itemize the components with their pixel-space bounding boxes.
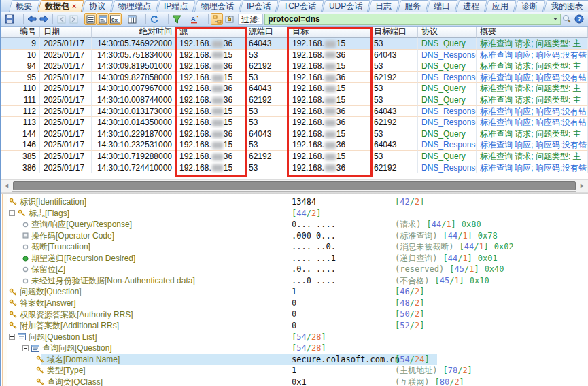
cell-date: 2025/01/17	[40, 94, 92, 106]
cell-dst: 192.168.36	[289, 106, 370, 118]
column-header-protocol[interactable]: 协议	[418, 27, 477, 38]
redacted-ip-octet	[212, 41, 223, 48]
decode-row-recursion-desired[interactable]: 期望递归[Recursion Desired].... ...1(递归查询)[4…	[1, 253, 588, 264]
packet-row-385[interactable]: 3852025/01/1714:30:10.719288000192.168.3…	[1, 151, 588, 162]
offset-length: [45/1]	[449, 264, 479, 274]
view-tab-7[interactable]: IP会话	[240, 0, 279, 12]
view-tab-14[interactable]: 应用	[485, 0, 517, 12]
prev-packet-button[interactable]	[26, 13, 38, 25]
column-header-date[interactable]: 日期	[40, 27, 92, 38]
bookmark-left-icon	[57, 15, 66, 24]
filter-input[interactable]: protocol=dns	[264, 14, 561, 25]
tab-close-icon[interactable]: ×	[72, 2, 76, 10]
filter-dropdown-icon[interactable]	[553, 18, 557, 20]
column-header-src_port[interactable]: 源端口	[245, 27, 289, 38]
column-header-summary[interactable]: 概要	[477, 27, 588, 38]
save-button[interactable]	[3, 13, 21, 25]
redacted-ip-octet	[212, 142, 223, 149]
decode-row-non-authenticated-data[interactable]: 未经过身份验证数据[Non-Authenticated data]...0 ..…	[1, 275, 588, 287]
packet-row-113[interactable]: 1132025/01/1714:30:10.014350000192.168.1…	[1, 117, 588, 128]
view-tab-13[interactable]: 进程	[456, 0, 487, 12]
view-tab-4[interactable]: 物理端点	[111, 0, 159, 12]
packet-row-9[interactable]: 92025/01/1714:30:05.746922000192.168.366…	[1, 38, 588, 50]
help-button[interactable]: ?	[573, 13, 585, 25]
horizontal-scrollbar[interactable]: ◄ ►	[1, 179, 588, 191]
ip-prefix: 192.168.	[292, 39, 324, 48]
view-tab-5[interactable]: IP端点	[157, 0, 196, 12]
packet-row-144[interactable]: 1442025/01/1714:30:10.229187000192.168.3…	[1, 128, 588, 140]
field-info: [46/2]	[395, 286, 424, 297]
scroll-right-button[interactable]: ►	[576, 180, 588, 192]
column-header-time[interactable]: 绝对时间	[92, 27, 176, 38]
packet-row-94[interactable]: 942025/01/1714:30:09.819501000192.168.36…	[1, 60, 588, 72]
decode-row-domain-name[interactable]: 域名[Domain Name]secure.colasoft.com.cn[54…	[1, 354, 588, 366]
packet-row-111[interactable]: 1112025/01/1714:30:10.008744000192.168.3…	[1, 94, 588, 106]
funnel-icon	[172, 15, 181, 24]
arrow-left-icon	[27, 15, 37, 23]
field-label: 查询类[QClass]	[47, 376, 103, 386]
filter-funnel-button[interactable]	[171, 13, 188, 25]
column-header-id[interactable]: 编号	[1, 27, 40, 38]
decode-row-question-list[interactable]: 问题[Question List][54/28]	[1, 332, 588, 343]
decode-row-z[interactable]: 保留位[Z].0.. ....(reserved)[45/1]0x40	[1, 264, 588, 275]
decode-row-identification[interactable]: 标识[Identification]13484[42/2]	[1, 196, 588, 208]
scrollbar-thumb[interactable]	[13, 181, 576, 190]
packet-row-112[interactable]: 1122025/01/1714:30:10.013173000192.168.1…	[1, 106, 588, 118]
view-tab-2[interactable]: 数据包×	[38, 0, 85, 12]
column-header-dst[interactable]: 目标	[289, 27, 370, 38]
redacted-ip-octet	[325, 97, 336, 104]
decode-row-operator-code[interactable]: 操作码[Operator Code].000 0...(标准查询)[44/1]0…	[1, 230, 588, 242]
highlight-color-button[interactable]: A	[188, 13, 206, 25]
packet-row-10[interactable]: 102025/01/1714:30:05.751834000192.168.15…	[1, 50, 588, 61]
view-tab-11[interactable]: 服务	[398, 0, 429, 12]
ip-prefix: 192.168.	[179, 39, 211, 48]
view-tab-16[interactable]: 我的图表	[544, 0, 588, 12]
packet-row-386[interactable]: 3862025/01/1714:30:10.724410000192.168.1…	[1, 162, 588, 174]
decode-row-question[interactable]: 问题数[Question]1[46/2]	[1, 286, 588, 298]
field-decode-view-button[interactable]	[97, 13, 109, 25]
view-tab-9[interactable]: UDP会话	[322, 0, 371, 12]
redacted-ip-octet	[325, 120, 336, 126]
collapse-minus-icon[interactable]	[9, 334, 15, 340]
tree-cell: 附加答案数[Additional RRs]	[9, 320, 119, 332]
decode-row-answer[interactable]: 答案数[Answer]0[48/2]	[1, 298, 588, 309]
packet-display-options-button[interactable]	[148, 13, 166, 25]
offset-length: [46/2]	[395, 287, 424, 296]
cell-dst_port: 53	[370, 94, 418, 106]
field-label: 查询问题[Question]	[42, 343, 112, 353]
decode-row-question[interactable]: 查询问题[Question][54/28]	[1, 343, 588, 354]
view-tab-3[interactable]: 协议	[82, 0, 114, 12]
view-tab-1[interactable]: 概要	[9, 0, 40, 12]
decode-row-type[interactable]: 类型[Type]1(主机地址)[78/2]	[1, 365, 588, 376]
view-tab-8[interactable]: TCP会话	[277, 0, 324, 12]
decode-row-additional-rrs[interactable]: 附加答案数[Additional RRs]0[52/2]	[1, 320, 588, 332]
decode-row-query-response[interactable]: 查询/响应[Query/Response]0... ....(请求)[44/1]…	[1, 219, 588, 230]
collapse-minus-icon[interactable]	[22, 345, 29, 351]
field-label: 标志[Flags]	[29, 208, 69, 219]
column-header-src[interactable]: 源	[176, 27, 245, 38]
packet-row-110[interactable]: 1102025/01/1714:30:10.007967000192.168.3…	[1, 83, 588, 94]
packet-list-view-button[interactable]	[84, 13, 97, 25]
tab-label: 进程	[463, 1, 479, 11]
decode-row-flags[interactable]: 标志[Flags][44/2]	[1, 208, 588, 220]
decode-tree-toggle-button[interactable]	[211, 13, 223, 25]
column-header-dst_port[interactable]: 目标端口	[370, 27, 418, 38]
next-packet-button[interactable]	[38, 13, 50, 25]
hex-view-button[interactable]: 0x	[109, 13, 122, 25]
packet-row-146[interactable]: 1462025/01/1714:30:10.232531000192.168.1…	[1, 139, 588, 151]
decode-row-authority-rrs[interactable]: 权限资源答案数[Authority RRS]0[50/2]	[1, 309, 588, 320]
view-tab-10[interactable]: 日志	[368, 0, 400, 12]
search-button[interactable]	[561, 13, 573, 25]
view-tab-12[interactable]: 端口	[427, 0, 458, 12]
view-tab-15[interactable]: 诊断	[515, 0, 546, 12]
packet-row-95[interactable]: 952025/01/1714:30:09.827858000192.168.15…	[1, 72, 588, 84]
decode-row-qclass[interactable]: 查询类[QClass]0x1(互联网)[80/2]	[1, 376, 588, 386]
list-icon	[31, 345, 39, 352]
field-value: ...0 ....	[292, 275, 336, 286]
lock-button[interactable]	[223, 13, 235, 25]
scroll-left-button[interactable]: ◄	[1, 180, 12, 192]
decode-row-truncation[interactable]: 截断[Truncation].... ..0.(消息未被截断)[44/1]0x0…	[1, 241, 588, 253]
collapse-minus-icon[interactable]	[9, 210, 15, 216]
column-settings-button[interactable]	[126, 13, 143, 25]
view-tab-6[interactable]: 物理会话	[194, 0, 242, 12]
